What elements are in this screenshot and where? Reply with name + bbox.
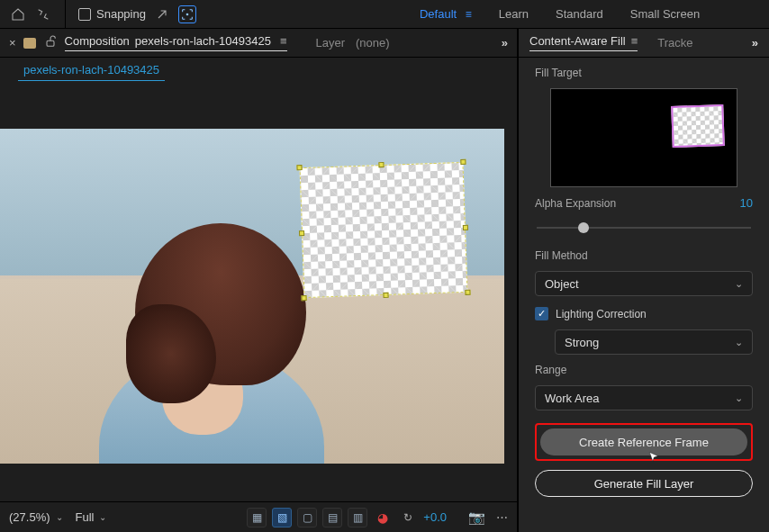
alpha-expansion-label: Alpha Expansion — [535, 197, 616, 210]
content-aware-fill-tab[interactable]: Content-Aware Fill ≡ — [529, 34, 638, 51]
create-reference-frame-button[interactable]: Create Reference Frame — [540, 428, 747, 455]
lighting-strength-select[interactable]: Strong ⌄ — [555, 329, 753, 355]
generate-fill-layer-label: Generate Fill Layer — [594, 477, 694, 491]
exposure-value[interactable]: +0.0 — [423, 510, 447, 524]
canvas[interactable] — [0, 129, 504, 464]
composition-panel: × Composition pexels-ron-lach-10493425 ≡… — [0, 29, 518, 532]
workspace-learn[interactable]: Learn — [499, 7, 529, 21]
footer-icon-group: ▦ ▧ ▢ ▤ ▥ ◕ ↻ +0.0 📷 ⋯ — [247, 508, 508, 527]
workspace-smallscreen[interactable]: Small Screen — [630, 7, 700, 21]
create-reference-frame-label: Create Reference Frame — [579, 436, 709, 449]
divider — [65, 0, 66, 28]
main-area: × Composition pexels-ron-lach-10493425 ≡… — [0, 29, 769, 532]
rotate-icon[interactable] — [34, 5, 52, 23]
lock-icon[interactable] — [43, 34, 58, 51]
fill-method-label: Fill Method — [535, 249, 753, 262]
color-management-icon[interactable]: ◕ — [373, 508, 393, 527]
snapping-toggle[interactable]: Snapping — [78, 7, 146, 21]
composition-title-tab[interactable]: Composition pexels-ron-lach-10493425 ≡ — [65, 34, 287, 51]
panel-menu-icon[interactable]: ≡ — [280, 34, 287, 48]
channel-icon[interactable]: ▥ — [348, 508, 367, 527]
workspace-menu-icon[interactable]: ≡ — [466, 8, 472, 21]
chevron-down-icon: ⌄ — [735, 278, 743, 290]
chevron-down-icon: ⌄ — [99, 512, 106, 522]
reset-exposure-icon[interactable]: ↻ — [398, 508, 418, 527]
home-icon[interactable] — [9, 5, 27, 23]
alpha-expansion-slider[interactable] — [537, 221, 751, 235]
resolution-dropdown[interactable]: Full ⌄ — [76, 510, 107, 524]
footer-overflow-icon[interactable]: ⋯ — [496, 510, 508, 524]
lighting-correction-row: ✓ Lighting Correction — [535, 307, 753, 320]
resolution-value: Full — [76, 510, 95, 524]
composition-tabs: pexels-ron-lach-10493425 — [0, 58, 517, 85]
canvas-person — [63, 196, 315, 464]
workspace-default-label: Default — [420, 7, 457, 21]
chevron-down-icon: ⌄ — [735, 392, 743, 404]
composition-name: pexels-ron-lach-10493425 — [135, 34, 271, 48]
alpha-expansion-row: Alpha Expansion 10 — [535, 196, 753, 210]
chevron-down-icon: ⌄ — [56, 512, 63, 522]
right-panel-header: Content-Aware Fill ≡ Tracke » — [519, 29, 769, 58]
svg-rect-1 — [47, 41, 54, 46]
fill-target-thumbnail — [550, 88, 737, 187]
range-value: Work Area — [545, 392, 599, 405]
layer-label: Layer — [316, 36, 346, 50]
alpha-expansion-value[interactable]: 10 — [740, 196, 753, 210]
guides-icon[interactable]: ▤ — [322, 508, 342, 527]
svg-point-0 — [186, 13, 189, 15]
expand-panel-icon[interactable]: » — [502, 36, 508, 50]
fill-target-label: Fill Target — [535, 67, 753, 79]
composition-footer: (27.5%) ⌄ Full ⌄ ▦ ▧ ▢ ▤ ▥ ◕ ↻ +0.0 📷 ⋯ — [0, 501, 517, 532]
content-aware-fill-panel: Content-Aware Fill ≡ Tracke » Fill Targe… — [518, 29, 769, 532]
composition-word: Composition — [65, 34, 130, 48]
expand-panel-icon[interactable]: » — [752, 36, 758, 50]
composition-header: × Composition pexels-ron-lach-10493425 ≡… — [0, 29, 517, 58]
generate-fill-layer-button[interactable]: Generate Fill Layer — [535, 470, 753, 497]
folder-icon — [23, 38, 36, 49]
top-toolbar: Snapping Default ≡ Learn Standard Small … — [0, 0, 769, 29]
lighting-correction-label: Lighting Correction — [556, 308, 647, 320]
cursor-icon — [648, 451, 661, 466]
snapshot-icon[interactable]: 📷 — [468, 509, 485, 526]
snap-options-icon[interactable] — [153, 5, 171, 23]
mask-visibility-icon[interactable]: ▧ — [272, 508, 292, 527]
lighting-strength-value: Strong — [565, 336, 599, 349]
canvas-mask[interactable] — [300, 161, 468, 297]
content-aware-fill-label: Content-Aware Fill — [529, 34, 626, 48]
chevron-down-icon: ⌄ — [735, 337, 743, 348]
layer-value: (none) — [356, 36, 390, 50]
snapping-label: Snapping — [96, 7, 146, 21]
snap-point-icon[interactable] — [178, 5, 196, 23]
highlight-box: Create Reference Frame — [535, 423, 753, 461]
range-select[interactable]: Work Area ⌄ — [535, 385, 753, 410]
workspace-tabs: Default ≡ Learn Standard Small Screen — [420, 7, 700, 21]
checkbox-icon — [78, 8, 91, 21]
composition-tab[interactable]: pexels-ron-lach-10493425 — [18, 61, 165, 81]
zoom-dropdown[interactable]: (27.5%) ⌄ — [9, 510, 63, 524]
region-of-interest-icon[interactable]: ▢ — [297, 508, 317, 527]
panel-menu-icon[interactable]: ≡ — [631, 34, 638, 48]
workspace-standard[interactable]: Standard — [556, 7, 603, 21]
range-label: Range — [535, 364, 753, 376]
fill-method-select[interactable]: Object ⌄ — [535, 271, 753, 296]
transparency-grid-icon[interactable]: ▦ — [247, 508, 267, 527]
content-aware-fill-body: Fill Target Alpha Expansion 10 Fill Meth… — [519, 58, 769, 532]
canvas-area — [0, 85, 517, 501]
zoom-value: (27.5%) — [9, 510, 50, 524]
fill-target-mask — [671, 104, 725, 148]
tracker-tab[interactable]: Tracke — [657, 36, 692, 50]
close-tab-icon[interactable]: × — [9, 36, 16, 50]
workspace-default[interactable]: Default ≡ — [420, 7, 472, 21]
fill-method-value: Object — [545, 277, 579, 291]
lighting-correction-checkbox[interactable]: ✓ — [535, 307, 548, 320]
